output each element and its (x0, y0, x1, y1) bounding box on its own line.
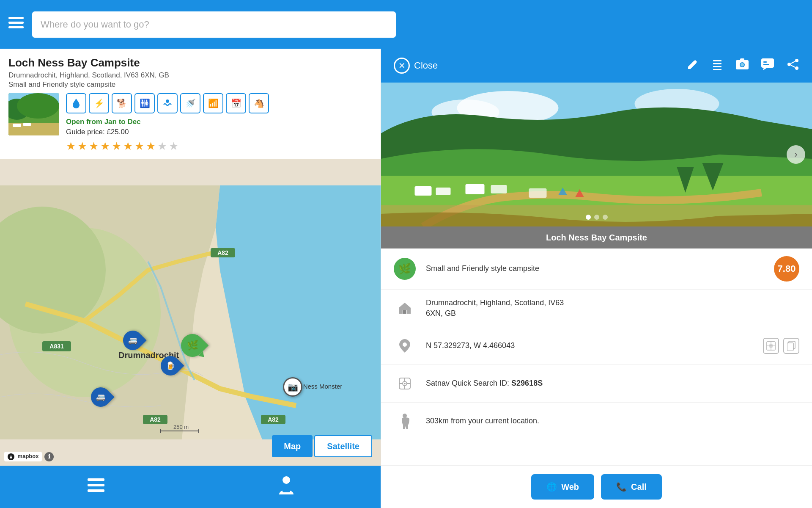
svg-rect-33 (283, 486, 290, 492)
amenity-showers: 🚿 (180, 93, 200, 113)
amenity-horses: 🐴 (249, 93, 269, 113)
coord-extra-icons (763, 338, 799, 354)
star-1: ★ (66, 140, 76, 153)
svg-rect-61 (403, 310, 406, 314)
style-row: 🌿 Small and Friendly style campsite 7.80 (381, 248, 812, 290)
camera-icon[interactable] (736, 58, 749, 73)
svg-rect-44 (763, 64, 769, 65)
close-label: Close (414, 60, 438, 71)
photo-dot-2[interactable] (594, 215, 599, 220)
map-button[interactable]: Map (272, 435, 313, 457)
share-icon[interactable] (787, 58, 799, 73)
list-icon[interactable] (711, 58, 723, 73)
campsite-detail-row: ⚡ 🐕 🚻 🚿 📶 📅 🐴 Open from Jan to Dec (8, 93, 372, 153)
svg-rect-1 (8, 22, 24, 24)
satnav-id: S29618S (511, 379, 543, 387)
app-container: Where do you want to go? Loch Ness Bay C… (0, 0, 812, 508)
svg-text:A831: A831 (49, 343, 64, 350)
right-topbar: ✕ Close (381, 49, 812, 83)
svg-text:A82: A82 (268, 416, 279, 423)
edit-icon[interactable] (687, 58, 699, 73)
amenity-icons: ⚡ 🐕 🚻 🚿 📶 📅 🐴 (66, 93, 372, 113)
nav-person-icon[interactable] (279, 476, 294, 498)
svg-point-76 (403, 414, 407, 418)
address-text: Drumnadrochit, Highland, Scotland, IV636… (426, 298, 799, 319)
svg-rect-8 (13, 124, 21, 127)
satellite-button[interactable]: Satellite (314, 435, 372, 457)
distance-text: 303km from your current location. (426, 416, 799, 426)
svg-rect-55 (415, 186, 432, 196)
campsite-thumbnail (8, 93, 59, 135)
svg-rect-37 (713, 69, 721, 70)
map-area[interactable]: A831 A82 A82 A82 Drumnadrochit Loch Ness… (0, 159, 381, 466)
photo-dot-1[interactable] (586, 215, 591, 220)
svg-text:A82: A82 (217, 249, 228, 256)
star-8: ★ (146, 140, 156, 153)
star-2: ★ (77, 140, 87, 153)
search-placeholder: Where do you want to go? (41, 19, 149, 30)
svg-point-46 (787, 63, 791, 66)
amenity-dogs: 🐕 (112, 93, 132, 113)
web-button[interactable]: 🌐 Web (531, 474, 594, 500)
svg-point-7 (17, 93, 59, 119)
campsite-marker-south[interactable]: 🚐 (91, 387, 110, 407)
svg-line-49 (791, 65, 795, 67)
phone-icon: 📞 (616, 482, 627, 492)
search-bar[interactable]: Where do you want to go? (32, 11, 396, 38)
svg-point-32 (283, 476, 290, 484)
rating-badge: 7.80 (774, 256, 799, 282)
distance-person-icon (394, 410, 416, 432)
photo-area: › (381, 83, 812, 226)
mapbox-logo: mapbox (4, 452, 42, 461)
copy-icon[interactable] (783, 338, 799, 354)
svg-text:250 m: 250 m (173, 424, 189, 430)
star-7: ★ (134, 140, 144, 153)
hamburger-icon[interactable] (8, 17, 24, 32)
web-icon: 🌐 (546, 482, 557, 492)
style-text: Small and Friendly style campsite (426, 263, 764, 274)
nav-list-icon[interactable] (88, 478, 104, 495)
amenities-col: ⚡ 🐕 🚻 🚿 📶 📅 🐴 Open from Jan to Dec (66, 93, 372, 153)
photo-dot-3[interactable] (603, 215, 608, 220)
info-icon[interactable]: ℹ (44, 452, 54, 461)
coords-row: N 57.329273, W 4.466043 (381, 327, 812, 365)
close-button[interactable]: ✕ Close (394, 58, 438, 74)
satnav-row: Satnav Quick Search ID: S29618S (381, 365, 812, 403)
svg-rect-68 (787, 343, 793, 351)
home-icon (394, 297, 416, 319)
web-label: Web (561, 482, 579, 492)
svg-rect-57 (466, 184, 485, 194)
svg-point-10 (166, 99, 169, 103)
detail-section: 🌿 Small and Friendly style campsite 7.80… (381, 248, 812, 465)
photo-marker[interactable]: 📷 (283, 377, 302, 397)
star-6: ★ (123, 140, 133, 153)
svg-rect-42 (761, 58, 774, 68)
star-9: ★ (157, 140, 167, 153)
distance-row: 303km from your current location. (381, 403, 812, 440)
svg-point-62 (403, 342, 407, 347)
location-pin-icon (394, 335, 416, 357)
chat-icon[interactable] (761, 58, 774, 73)
photo-title: Loch Ness Bay Campsite (546, 233, 647, 243)
leaf-icon: 🌿 (394, 258, 416, 280)
campsite-address: Drumnadrochit, Highland, Scotland, IV63 … (8, 71, 372, 80)
satnav-text: Satnav Quick Search ID: S29618S (426, 378, 799, 389)
campsite-info: Loch Ness Bay Campsite Drumnadrochit, Hi… (0, 49, 381, 159)
call-button[interactable]: 📞 Call (601, 474, 662, 500)
map-view-icon[interactable] (763, 338, 779, 354)
mapbox-credit: mapbox ℹ (4, 452, 54, 461)
close-circle-icon: ✕ (394, 58, 410, 74)
amenity-electric: ⚡ (89, 93, 109, 113)
main-content: Loch Ness Bay Campsite Drumnadrochit, Hi… (0, 49, 812, 508)
photo-dots (586, 215, 608, 220)
main-campsite-marker[interactable]: 🌿 (181, 334, 204, 357)
pub-marker[interactable]: 🍺 (161, 356, 180, 375)
campsite-marker-drumnadrochit[interactable]: 🚐 (123, 331, 143, 350)
svg-point-45 (795, 59, 798, 62)
amenity-bookable: 📅 (226, 93, 246, 113)
amenity-water (66, 93, 86, 113)
svg-point-71 (404, 383, 406, 384)
svg-rect-58 (491, 185, 507, 193)
photo-nav-right[interactable]: › (787, 145, 805, 164)
svg-rect-31 (88, 489, 104, 492)
